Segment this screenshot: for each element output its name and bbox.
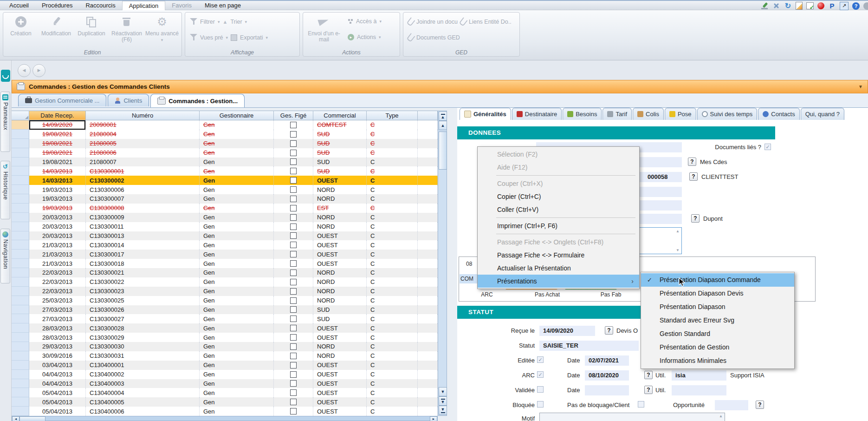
close-x-icon[interactable]: [772, 2, 780, 10]
refresh-icon[interactable]: ↻: [784, 2, 792, 10]
opportunite-help-button[interactable]: ?: [756, 401, 764, 409]
acces-a-button[interactable]: Accès à: [356, 18, 376, 25]
context-menu-item-10[interactable]: Présentations›: [478, 275, 639, 288]
rail-collapse-handle[interactable]: [1, 70, 10, 82]
context-menu-item-3[interactable]: Couper (Ctrl+X): [478, 177, 639, 190]
row-selector-cell[interactable]: [12, 370, 29, 379]
ges-fige-checkbox[interactable]: [290, 242, 297, 248]
menu-avance-button[interactable]: ⚙Menu avancé ▾: [144, 14, 180, 43]
ges-fige-checkbox[interactable]: [290, 371, 297, 378]
statut-field[interactable]: SAISIE_TER: [539, 341, 639, 351]
ges-fige-checkbox[interactable]: [290, 399, 297, 405]
pas-bloquage-checkbox[interactable]: [638, 401, 644, 408]
row-selector-cell[interactable]: [12, 139, 29, 148]
row-selector-cell[interactable]: [12, 333, 29, 342]
devis-help-button[interactable]: ?: [605, 326, 613, 335]
arc-date-field[interactable]: 08/10/2020: [585, 370, 629, 381]
back-button[interactable]: ◄: [18, 64, 31, 77]
client-help-button[interactable]: ?: [689, 172, 698, 181]
panel-tab-colis[interactable]: Colis: [633, 108, 664, 120]
submenu-item-2[interactable]: Présentation Diapason Devis: [641, 287, 794, 300]
liens-entite-button[interactable]: Liens Entité Do..: [469, 19, 512, 25]
table-row[interactable]: 04/04/2013C130400002GenOUESTC: [12, 370, 438, 379]
column-header-blank[interactable]: ◢: [12, 111, 29, 120]
rail-tab-panneaux[interactable]: Panneaux: [0, 92, 10, 152]
table-row[interactable]: 30/09/2016C130300031GenNORDC: [12, 351, 438, 361]
ges-fige-checkbox[interactable]: [290, 205, 297, 211]
row-selector-cell[interactable]: [12, 250, 29, 259]
ribbon-tab-application[interactable]: Application: [122, 1, 166, 11]
row-selector-cell[interactable]: [12, 314, 29, 323]
row-selector-cell[interactable]: [12, 130, 29, 139]
notes-icon[interactable]: [796, 2, 803, 10]
ges-fige-checkbox[interactable]: [290, 270, 297, 276]
row-selector-cell[interactable]: [12, 120, 29, 130]
ges-fige-checkbox[interactable]: [290, 140, 297, 147]
documents-lies-checkbox[interactable]: ✓: [764, 144, 771, 150]
ges-fige-checkbox[interactable]: [290, 288, 297, 295]
document-tab-3[interactable]: Commandes : Gestion...: [150, 94, 245, 107]
table-row[interactable]: 20/03/2013C130300011GenNORDC: [12, 222, 438, 231]
documents-ged-button[interactable]: Documents GED: [416, 34, 460, 41]
record-red-icon[interactable]: [817, 2, 824, 9]
mes-cdes-help-button[interactable]: ?: [688, 158, 696, 166]
table-row[interactable]: 28/03/2013C130300028GenOUESTC: [12, 323, 438, 333]
fragment-selected-field[interactable]: COM: [460, 274, 479, 283]
editee-date-field[interactable]: 02/07/2021: [585, 355, 629, 366]
document-tab-2[interactable]: Clients: [108, 94, 149, 106]
scroll-up-button[interactable]: ▲: [439, 121, 447, 130]
ribbon-tab-accueil[interactable]: Accueil: [3, 1, 35, 10]
table-row[interactable]: 22/03/2013C130300021GenNORDC: [12, 268, 438, 277]
motif-field[interactable]: ▲ ▼: [539, 413, 725, 421]
arc-util-help-button[interactable]: ?: [644, 371, 653, 379]
row-selector-cell[interactable]: [12, 361, 29, 370]
ges-fige-checkbox[interactable]: [290, 408, 297, 414]
table-row[interactable]: 19/08/202121080006GenSUDC: [12, 148, 438, 158]
table-row[interactable]: 19/03/2013C130300007GenNORDC: [12, 194, 438, 204]
document-tab-1[interactable]: Gestion Commerciale ...: [18, 94, 106, 106]
context-menu-item-7[interactable]: Passage Fiche <-> Onglets (Ctrl+F8): [478, 236, 639, 249]
table-row[interactable]: 04/04/2013C130400003GenOUESTC: [12, 379, 438, 388]
ges-fige-checkbox[interactable]: [290, 196, 297, 202]
column-header-num-ro[interactable]: Numéro: [86, 111, 200, 120]
dupont-help-button[interactable]: ?: [691, 214, 700, 223]
context-menu-item-1[interactable]: Sélection (F2): [478, 148, 639, 161]
row-selector-cell[interactable]: [12, 259, 29, 268]
column-header-date-recep-[interactable]: Date Recep.: [29, 111, 86, 120]
panel-tab-qui-quand-[interactable]: Qui, quand ?: [801, 108, 844, 120]
validee-checkbox[interactable]: [537, 386, 544, 393]
arc-checkbox[interactable]: ✓: [537, 371, 544, 378]
ribbon-tab-raccourcis[interactable]: Raccourcis: [79, 1, 122, 10]
ges-fige-checkbox[interactable]: [290, 380, 297, 387]
row-selector-cell[interactable]: [12, 166, 29, 176]
ges-fige-checkbox[interactable]: [290, 362, 297, 368]
scroll-left-button[interactable]: ◄: [12, 416, 19, 421]
table-row[interactable]: 05/04/2013C130400006GenOUESTC: [12, 407, 438, 416]
context-menu-item-6[interactable]: Imprimer (Ctrl+P, F6): [478, 219, 639, 232]
row-selector-cell[interactable]: [12, 222, 29, 231]
help-icon[interactable]: ?: [852, 2, 860, 10]
row-selector-cell[interactable]: [12, 407, 29, 416]
row-selector-cell[interactable]: [12, 397, 29, 407]
forward-button[interactable]: ►: [32, 64, 45, 77]
select-all-icon[interactable]: ◢: [25, 115, 28, 119]
ges-fige-checkbox[interactable]: [290, 122, 297, 128]
submenu-item-1[interactable]: Présentation Diapason Commande✓: [641, 273, 794, 287]
exportation-button[interactable]: Exportati: [240, 34, 263, 41]
bloquee-checkbox[interactable]: [537, 401, 544, 408]
ges-fige-checkbox[interactable]: [290, 343, 297, 350]
validee-util-field[interactable]: [672, 385, 726, 395]
table-row[interactable]: 21/03/2013C130300018GenOUESTC: [12, 259, 438, 268]
column-header-blank[interactable]: [418, 111, 438, 120]
row-selector-cell[interactable]: [12, 305, 29, 315]
row-selector-cell[interactable]: [12, 296, 29, 305]
scroll-top-button[interactable]: ▲: [439, 112, 447, 121]
table-row[interactable]: 19/08/202121080007GenSUDC: [12, 158, 438, 167]
table-row[interactable]: 22/03/2013C130300022GenNORDC: [12, 277, 438, 287]
ges-fige-checkbox[interactable]: [290, 316, 297, 322]
row-selector-cell[interactable]: [12, 351, 29, 361]
ges-fige-checkbox[interactable]: [290, 389, 297, 396]
horizontal-scroll-thumb[interactable]: [19, 416, 45, 421]
context-menu-item-5[interactable]: Coller (Ctrl+V): [478, 203, 639, 216]
modification-button[interactable]: Modification: [39, 14, 74, 43]
